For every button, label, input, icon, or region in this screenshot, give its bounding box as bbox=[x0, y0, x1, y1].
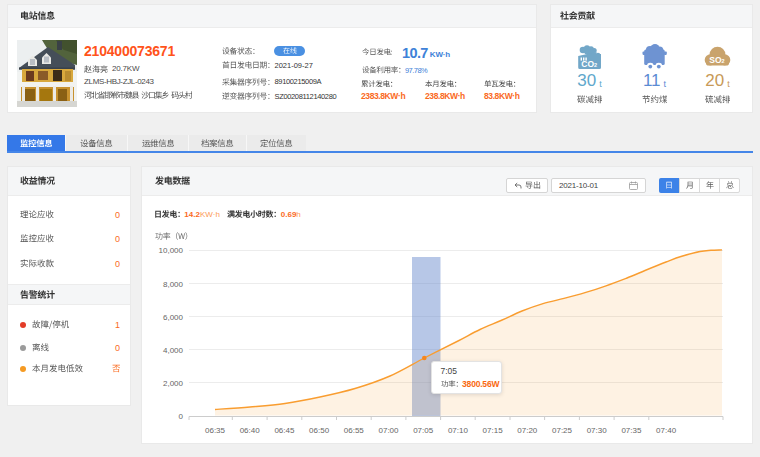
svg-text:06:40: 06:40 bbox=[240, 426, 261, 435]
svg-text:07:15: 07:15 bbox=[483, 426, 504, 435]
svg-text:07:35: 07:35 bbox=[621, 426, 642, 435]
svg-text:8,000: 8,000 bbox=[163, 280, 184, 289]
svg-text:07:05: 07:05 bbox=[413, 426, 434, 435]
svg-text:06:45: 06:45 bbox=[274, 426, 295, 435]
svg-text:0: 0 bbox=[179, 412, 184, 421]
svg-text:06:55: 06:55 bbox=[344, 426, 365, 435]
svg-text:07:00: 07:00 bbox=[378, 426, 399, 435]
svg-text:06:35: 06:35 bbox=[205, 426, 226, 435]
svg-text:4,000: 4,000 bbox=[163, 346, 184, 355]
svg-text:06:50: 06:50 bbox=[309, 426, 330, 435]
svg-text:07:10: 07:10 bbox=[448, 426, 469, 435]
svg-text:07:30: 07:30 bbox=[587, 426, 608, 435]
svg-text:07:40: 07:40 bbox=[656, 426, 677, 435]
svg-text:10,000: 10,000 bbox=[159, 246, 184, 255]
svg-text:07:20: 07:20 bbox=[517, 426, 538, 435]
svg-text:6,000: 6,000 bbox=[163, 313, 184, 322]
svg-text:07:25: 07:25 bbox=[552, 426, 573, 435]
svg-text:2,000: 2,000 bbox=[163, 379, 184, 388]
